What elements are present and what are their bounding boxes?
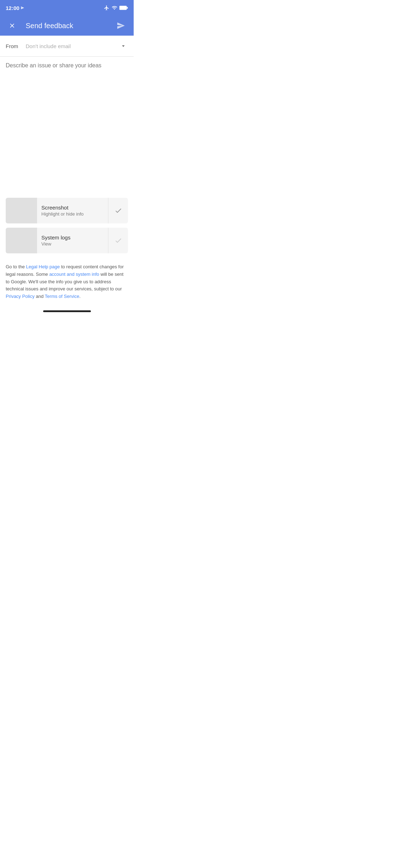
legal-and: and [35, 294, 45, 299]
system-logs-thumbnail [6, 228, 37, 253]
screenshot-subtitle: Highlight or hide info [41, 211, 104, 217]
status-time: 12:00 [6, 5, 24, 11]
legal-suffix: . [79, 294, 81, 299]
system-logs-subtitle: View [41, 241, 104, 247]
account-system-info-link[interactable]: account and system info [49, 272, 99, 277]
feedback-area[interactable] [0, 57, 134, 198]
attachments-section: Screenshot Highlight or hide info System… [0, 198, 134, 253]
terms-of-service-link[interactable]: Terms of Service [45, 294, 79, 299]
from-label: From [6, 43, 23, 49]
chevron-down-icon [120, 43, 127, 49]
system-logs-title: System logs [41, 234, 104, 241]
home-indicator [0, 308, 134, 316]
send-button[interactable] [114, 19, 128, 33]
screenshot-info: Screenshot Highlight or hide info [37, 201, 108, 220]
from-row: From Don't include email [0, 36, 134, 57]
system-logs-check[interactable] [108, 228, 128, 253]
system-logs-info: System logs View [37, 231, 108, 250]
battery-icon [119, 5, 128, 11]
close-button[interactable] [6, 19, 19, 32]
svg-rect-0 [119, 6, 127, 10]
svg-rect-1 [127, 7, 128, 9]
check-icon-active [114, 207, 122, 215]
time-label: 12:00 [6, 5, 19, 11]
toolbar-title: Send feedback [26, 22, 114, 30]
wifi-icon [112, 5, 117, 11]
legal-section: Go to the Legal Help page to request con… [0, 258, 134, 308]
privacy-policy-link[interactable]: Privacy Policy [6, 294, 35, 299]
toolbar: Send feedback [0, 16, 134, 36]
system-logs-attachment[interactable]: System logs View [6, 228, 128, 253]
status-icons [104, 5, 128, 11]
home-bar [43, 310, 91, 312]
legal-help-link[interactable]: Legal Help page [26, 264, 60, 269]
status-bar: 12:00 [0, 0, 134, 16]
from-dropdown-button[interactable] [119, 41, 128, 51]
screenshot-attachment[interactable]: Screenshot Highlight or hide info [6, 198, 128, 223]
airplane-icon [104, 5, 109, 11]
screenshot-title: Screenshot [41, 205, 104, 211]
from-placeholder: Don't include email [26, 43, 119, 49]
screenshot-check[interactable] [108, 198, 128, 223]
feedback-input[interactable] [6, 62, 128, 191]
navigation-arrow-icon [21, 6, 24, 10]
legal-prefix: Go to the [6, 264, 26, 269]
check-icon-inactive [114, 237, 122, 244]
screenshot-thumbnail [6, 198, 37, 223]
